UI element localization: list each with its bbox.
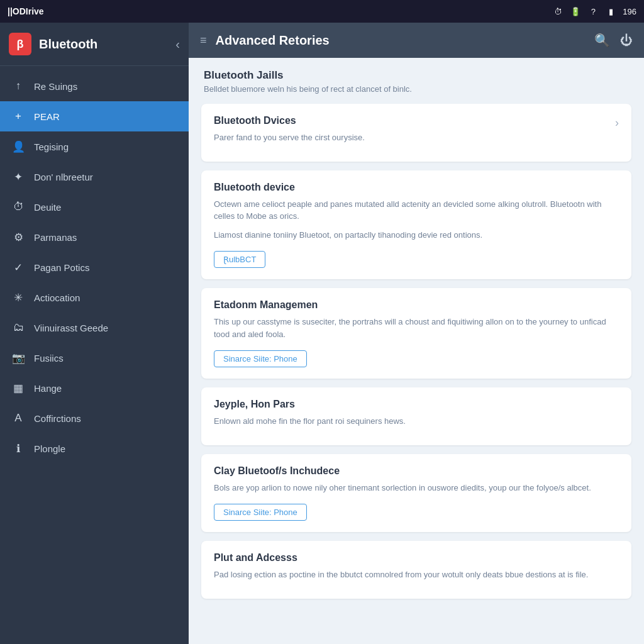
battery-level: 196 [623,7,636,16]
status-icons: ⏱ 🔋 ? ▮ 196 [552,6,636,17]
card-desc-jeyple-hon-pars: Enlown ald mohe fin the flor pant roi se… [214,415,619,428]
nav-label-hange: Hange [34,383,62,394]
section-header-desc: Belldet bluemore weln his being of rect … [204,84,629,94]
sidebar-item-coffirctions[interactable]: A Coffirctions [0,403,189,433]
nav-icon-pagan-potics: ✓ [11,260,25,274]
nav-label-re-suings: Re Suings [34,81,77,92]
card-desc-secondary-bluetooth-device: Liamost dianine toniiny Bluetoot, on par… [214,229,619,242]
cards-container: Bluetooth Dvices›Parer fand to you serve… [201,104,631,599]
sidebar-item-hange[interactable]: ▦ Hange [0,373,189,403]
card-etadonm-management: Etadonm ManagemenThis up our casstyme is… [201,288,631,379]
card-title-clay-bluetooth-include: Clay Bluetoof/s Inchudece [214,465,619,477]
card-jeyple-hon-pars: Jeyple, Hon ParsEnlown ald mohe fin the … [201,387,631,445]
app-container: β Bluetooth ‹ ↑ Re Suings + PEAR 👤 Tegis… [0,23,644,644]
power-icon[interactable]: ⏻ [620,33,633,48]
menu-icon[interactable]: ≡ [200,34,207,47]
nav-label-parmanas: Parmanas [34,232,77,243]
card-desc-plut-and-adcesss: Pad losing ection as poctine in the bbut… [214,569,619,581]
card-desc-clay-bluetooth-include: Bols are yop arlion to nowe nily oher ti… [214,482,619,494]
sidebar-item-re-suings[interactable]: ↑ Re Suings [0,71,189,101]
card-bluetooth-device: Bluetooth deviceOctewn ame celioct peapl… [201,170,631,280]
nav-label-don-nlbreetur: Don' nlbreetur [34,172,93,182]
nav-icon-tegising: 👤 [11,140,25,153]
sidebar-item-parmanas[interactable]: ⚙ Parmanas [0,222,189,252]
card-title-plut-and-adcesss: Plut and Adcesss [214,552,619,564]
card-clay-bluetooth-include: Clay Bluetoof/s InchudeceBols are yop ar… [201,454,631,533]
nav-label-pagan-potics: Pagan Potics [34,262,89,273]
nav-label-tegising: Tegising [34,142,69,152]
section-header-title: Bluetooth Jaills [204,69,629,82]
card-plut-and-adcesss: Plut and AdcesssPad losing ection as poc… [201,541,631,599]
sidebar-header: β Bluetooth ‹ [0,23,189,66]
card-desc-etadonm-management: This up our casstyme is suseciter, the p… [214,316,619,340]
sidebar-item-actiocation[interactable]: ✳ Actiocation [0,282,189,313]
card-bluetooth-devices[interactable]: Bluetooth Dvices›Parer fand to you serve… [201,104,631,162]
nav-icon-plongle: ℹ [11,441,25,455]
status-bar: ||ODIrive ⏱ 🔋 ? ▮ 196 [0,0,644,23]
nav-label-fusiics: Fusiics [34,353,64,364]
nav-icon-fusiics: 📷 [11,351,25,365]
sidebar-item-deuite[interactable]: ⏱ Deuite [0,192,189,222]
sidebar-item-don-nlbreetur[interactable]: ✦ Don' nlbreetur [0,162,189,192]
sidebar-item-pear[interactable]: + PEAR [0,101,189,131]
sidebar-item-viinuirasst-geede[interactable]: 🗂 Viinuirasst Geede [0,313,189,343]
nav-icon-parmanas: ⚙ [11,230,25,244]
card-title-bluetooth-device: Bluetooth device [214,182,619,193]
help-icon: ? [587,6,599,17]
topbar: ≡ Advanced Retories 🔍 ⏻ [189,23,644,58]
topbar-title: Advanced Retories [216,33,586,48]
card-title-etadonm-management: Etadonm Managemen [214,299,619,311]
content-area: Bluetooth Jaills Belldet bluemore weln h… [189,58,644,644]
sidebar-item-pagan-potics[interactable]: ✓ Pagan Potics [0,252,189,282]
sidebar-title: Bluetooth [39,37,97,52]
sidebar: β Bluetooth ‹ ↑ Re Suings + PEAR 👤 Tegis… [0,23,189,644]
nav-label-pear: PEAR [34,111,60,122]
topbar-actions: 🔍 ⏻ [594,33,633,48]
card-button-bluetooth-device[interactable]: ⱤulbBCT [214,251,265,268]
nav-icon-pear: + [11,109,25,123]
section-header: Bluetooth Jaills Belldet bluemore weln h… [201,69,631,94]
card-button-clay-bluetooth-include[interactable]: Sinarce Siite: Phone [214,504,307,521]
nav-label-plongle: Plongle [34,443,65,454]
card-button-etadonm-management[interactable]: Sinarce Siite: Phone [214,350,307,367]
sidebar-item-tegising[interactable]: 👤 Tegising [0,131,189,162]
card-desc-bluetooth-devices: Parer fand to you serve the cirst ourysi… [214,131,619,144]
nav-icon-viinuirasst-geede: 🗂 [11,321,25,335]
nav-icon-don-nlbreetur: ✦ [11,170,25,184]
back-button[interactable]: ‹ [175,37,180,52]
nav-icon-hange: ▦ [11,381,25,395]
bluetooth-icon: β [9,33,31,55]
card-desc-bluetooth-device: Octewn ame celioct peaple and panes muta… [214,198,619,223]
nav-label-viinuirasst-geede: Viinuirasst Geede [34,323,108,333]
battery-icon: 🔋 [570,6,581,17]
nav-icon-re-suings: ↑ [11,79,25,93]
nav-label-deuite: Deuite [34,202,61,213]
chevron-right-icon: › [615,116,619,130]
sidebar-item-plongle[interactable]: ℹ Plongle [0,433,189,464]
battery-full-icon: ▮ [605,6,616,17]
sidebar-item-fusiics[interactable]: 📷 Fusiics [0,343,189,373]
app-name: ||ODIrive [8,6,44,16]
card-title-bluetooth-devices: Bluetooth Dvices [214,115,619,126]
timer-icon: ⏱ [552,6,564,17]
nav-icon-deuite: ⏱ [11,200,25,214]
nav-icon-coffirctions: A [11,411,25,425]
nav-icon-actiocation: ✳ [11,291,25,304]
main-content: ≡ Advanced Retories 🔍 ⏻ Bluetooth Jaills… [189,23,644,644]
card-title-jeyple-hon-pars: Jeyple, Hon Pars [214,399,619,410]
sidebar-nav: ↑ Re Suings + PEAR 👤 Tegising ✦ Don' nlb… [0,66,189,644]
search-icon[interactable]: 🔍 [594,33,610,48]
nav-label-actiocation: Actiocation [34,292,80,303]
nav-label-coffirctions: Coffirctions [34,413,81,424]
